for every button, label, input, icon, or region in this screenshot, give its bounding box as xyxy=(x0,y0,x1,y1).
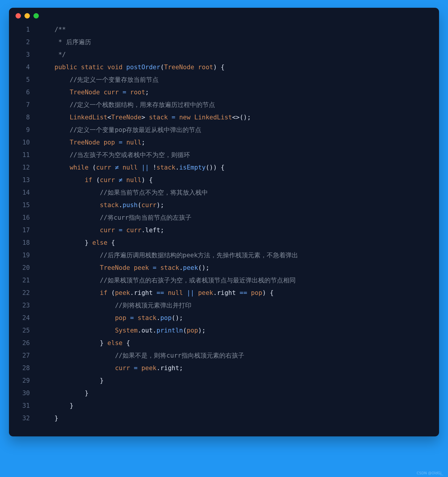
code-line[interactable]: 19 //后序遍历调用栈数据结构的peek方法，先操作栈顶元素，不急着弹出 xyxy=(9,249,430,261)
code-line[interactable]: 8 LinkedList<TreeNode> stack = new Linke… xyxy=(9,111,430,124)
line-number: 21 xyxy=(9,274,39,287)
code-line[interactable]: 16 //将curr指向当前节点的左孩子 xyxy=(9,211,430,224)
line-number: 8 xyxy=(9,111,39,124)
line-content: TreeNode curr = root; xyxy=(39,86,149,99)
code-line[interactable]: 30 } xyxy=(9,387,430,399)
line-number: 11 xyxy=(9,149,39,161)
line-content: } xyxy=(39,412,58,424)
line-content: TreeNode peek = stack.peek(); xyxy=(39,261,209,274)
line-number: 22 xyxy=(9,287,39,299)
line-number: 27 xyxy=(9,349,39,362)
line-number: 12 xyxy=(9,161,39,174)
code-line[interactable]: 24 pop = stack.pop(); xyxy=(9,312,430,324)
line-content: } xyxy=(39,387,88,399)
line-content: curr = curr.left; xyxy=(39,224,164,236)
code-line[interactable]: 3 */ xyxy=(9,48,430,61)
code-line[interactable]: 15 stack.push(curr); xyxy=(9,199,430,211)
line-content: } xyxy=(39,399,73,412)
code-line[interactable]: 25 System.out.println(pop); xyxy=(9,324,430,337)
line-content: //将curr指向当前节点的左孩子 xyxy=(39,211,191,224)
line-content: //定义一个栈数据结构，用来存放遍历过程中的节点 xyxy=(39,99,215,111)
line-content: if (curr ≠ null) { xyxy=(39,174,153,186)
line-content: * 后序遍历 xyxy=(39,36,91,48)
code-line[interactable]: 13 if (curr ≠ null) { xyxy=(9,174,430,186)
code-editor[interactable]: 1 /**2 * 后序遍历3 */4 public static void po… xyxy=(9,20,439,436)
line-content: */ xyxy=(39,48,66,61)
line-number: 20 xyxy=(9,261,39,274)
line-number: 26 xyxy=(9,337,39,349)
line-number: 3 xyxy=(9,48,39,61)
code-line[interactable]: 18 } else { xyxy=(9,236,430,249)
watermark: CSDN @OldGj_ xyxy=(417,471,443,475)
code-line[interactable]: 20 TreeNode peek = stack.peek(); xyxy=(9,261,430,274)
line-content: curr = peek.right; xyxy=(39,362,183,374)
line-content: } xyxy=(39,374,104,387)
line-content: } else { xyxy=(39,236,115,249)
close-icon[interactable] xyxy=(16,13,21,19)
line-number: 18 xyxy=(9,236,39,249)
line-number: 29 xyxy=(9,374,39,387)
line-content: //当左孩子不为空或者栈中不为空，则循环 xyxy=(39,149,190,161)
code-line[interactable]: 22 if (peek.right == null || peek.right … xyxy=(9,287,430,299)
line-number: 6 xyxy=(9,86,39,99)
code-line[interactable]: 1 /** xyxy=(9,23,430,36)
code-line[interactable]: 4 public static void postOrder(TreeNode … xyxy=(9,61,430,73)
minimize-icon[interactable] xyxy=(24,13,30,19)
line-content: //后序遍历调用栈数据结构的peek方法，先操作栈顶元素，不急着弹出 xyxy=(39,249,298,261)
line-content: System.out.println(pop); xyxy=(39,324,205,337)
line-content: //先定义一个变量存放当前节点 xyxy=(39,73,159,86)
line-number: 19 xyxy=(9,249,39,261)
line-number: 5 xyxy=(9,73,39,86)
line-number: 13 xyxy=(9,174,39,186)
code-line[interactable]: 23 //则将栈顶元素弹出并打印 xyxy=(9,299,430,312)
code-line[interactable]: 17 curr = curr.left; xyxy=(9,224,430,236)
line-number: 17 xyxy=(9,224,39,236)
line-number: 23 xyxy=(9,299,39,312)
line-number: 14 xyxy=(9,186,39,199)
code-line[interactable]: 7 //定义一个栈数据结构，用来存放遍历过程中的节点 xyxy=(9,99,430,111)
line-content: stack.push(curr); xyxy=(39,199,164,211)
code-line[interactable]: 14 //如果当前节点不为空，将其放入栈中 xyxy=(9,186,430,199)
code-line[interactable]: 28 curr = peek.right; xyxy=(9,362,430,374)
code-line[interactable]: 5 //先定义一个变量存放当前节点 xyxy=(9,73,430,86)
line-content: //如果不是，则将curr指向栈顶元素的右孩子 xyxy=(39,349,244,362)
line-number: 31 xyxy=(9,399,39,412)
line-content: //则将栈顶元素弹出并打印 xyxy=(39,299,191,312)
line-number: 9 xyxy=(9,124,39,136)
code-line[interactable]: 27 //如果不是，则将curr指向栈顶元素的右孩子 xyxy=(9,349,430,362)
code-line[interactable]: 31 } xyxy=(9,399,430,412)
line-content: if (peek.right == null || peek.right == … xyxy=(39,287,274,299)
line-content: /** xyxy=(39,23,66,36)
line-content: //如果栈顶节点的右孩子为空，或者栈顶节点与最近弹出栈的节点相同 xyxy=(39,274,296,287)
line-number: 24 xyxy=(9,312,39,324)
line-content: while (curr ≠ null || !stack.isEmpty()) … xyxy=(39,161,225,174)
code-line[interactable]: 10 TreeNode pop = null; xyxy=(9,136,430,149)
line-number: 30 xyxy=(9,387,39,399)
line-content: public static void postOrder(TreeNode ro… xyxy=(39,61,225,73)
code-line[interactable]: 11 //当左孩子不为空或者栈中不为空，则循环 xyxy=(9,149,430,161)
code-line[interactable]: 26 } else { xyxy=(9,337,430,349)
maximize-icon[interactable] xyxy=(33,13,39,19)
line-number: 4 xyxy=(9,61,39,73)
line-content: TreeNode pop = null; xyxy=(39,136,145,149)
code-line[interactable]: 9 //定义一个变量pop存放最近从栈中弹出的节点 xyxy=(9,124,430,136)
code-line[interactable]: 12 while (curr ≠ null || !stack.isEmpty(… xyxy=(9,161,430,174)
line-content: //定义一个变量pop存放最近从栈中弹出的节点 xyxy=(39,124,201,136)
line-number: 10 xyxy=(9,136,39,149)
code-line[interactable]: 29 } xyxy=(9,374,430,387)
line-number: 28 xyxy=(9,362,39,374)
line-number: 16 xyxy=(9,211,39,224)
code-window: 1 /**2 * 后序遍历3 */4 public static void po… xyxy=(9,8,439,436)
window-chrome xyxy=(9,8,439,20)
code-line[interactable]: 21 //如果栈顶节点的右孩子为空，或者栈顶节点与最近弹出栈的节点相同 xyxy=(9,274,430,287)
code-line[interactable]: 2 * 后序遍历 xyxy=(9,36,430,48)
line-content: pop = stack.pop(); xyxy=(39,312,183,324)
line-number: 1 xyxy=(9,23,39,36)
line-content: } else { xyxy=(39,337,130,349)
line-number: 7 xyxy=(9,99,39,111)
code-line[interactable]: 32 } xyxy=(9,412,430,424)
code-line[interactable]: 6 TreeNode curr = root; xyxy=(9,86,430,99)
line-number: 2 xyxy=(9,36,39,48)
line-content: //如果当前节点不为空，将其放入栈中 xyxy=(39,186,208,199)
line-content: LinkedList<TreeNode> stack = new LinkedL… xyxy=(39,111,251,124)
